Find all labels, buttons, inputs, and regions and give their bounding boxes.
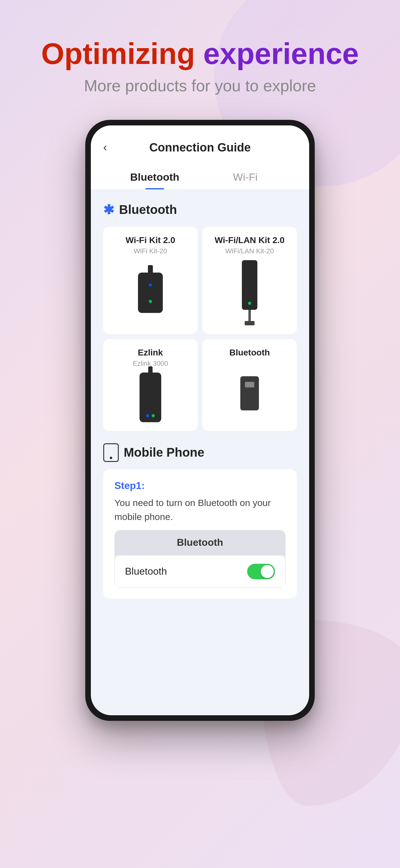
lan-kit-device-image [242, 260, 257, 310]
ezlink-device-image [139, 373, 161, 422]
product-image-ezlink [109, 373, 191, 422]
bt-row-label: Bluetooth [125, 566, 167, 577]
product-name-bluetooth-dongle: Bluetooth [229, 348, 270, 358]
mobile-phone-icon [103, 443, 119, 462]
product-sub-wifi-kit: WiFi Kit-20 [134, 247, 167, 255]
bluetooth-toggle[interactable] [247, 564, 275, 579]
hero-title: Optimizing experience [41, 37, 359, 70]
tab-bluetooth[interactable]: Bluetooth [109, 164, 200, 189]
bluetooth-icon: ✱ [103, 202, 114, 217]
phone-wrapper: ‹ Connection Guide Bluetooth Wi-Fi [85, 120, 315, 721]
product-sub-lan-kit: WiFi/LAN Kit-20 [226, 247, 274, 255]
device-indicator-blue [149, 283, 152, 286]
product-grid: Wi-Fi Kit 2.0 WiFi Kit-20 Wi-F [100, 227, 300, 437]
lan-indicator-green [248, 302, 251, 305]
toggle-knob [261, 565, 274, 578]
bluetooth-dongle-image [240, 376, 259, 410]
product-image-lan-kit [209, 260, 291, 326]
product-card-ezlink[interactable]: Ezlink Ezlink 3000 [103, 339, 198, 431]
hero-title-experience: experience [203, 37, 359, 70]
bt-settings-row: Bluetooth [115, 556, 285, 587]
ezlink-dot-blue [146, 414, 149, 417]
product-card-wifi-kit[interactable]: Wi-Fi Kit 2.0 WiFi Kit-20 [103, 227, 198, 334]
hero-section: Optimizing experience More products for … [41, 37, 359, 95]
product-image-wifi-kit [109, 260, 191, 326]
bluetooth-section: ✱ Bluetooth Wi-Fi Kit 2.0 WiFi Kit-20 [91, 190, 309, 440]
hero-title-optimizing: Optimizing [41, 37, 195, 70]
step1-text: You need to turn on Bluetooth on your mo… [114, 496, 286, 524]
device-indicator-green [149, 300, 152, 303]
tab-wifi[interactable]: Wi-Fi [200, 164, 291, 189]
phone-inner: ‹ Connection Guide Bluetooth Wi-Fi [91, 125, 309, 715]
bt-settings-card: Bluetooth Bluetooth [114, 530, 286, 588]
bt-settings-header: Bluetooth [114, 530, 286, 555]
app-screen: ‹ Connection Guide Bluetooth Wi-Fi [91, 125, 309, 715]
bluetooth-section-title: Bluetooth [119, 203, 177, 217]
bluetooth-section-header: ✱ Bluetooth [100, 199, 300, 220]
mobile-section-header: Mobile Phone [103, 443, 297, 462]
connector-end [245, 321, 255, 326]
tabs-bar: Bluetooth Wi-Fi [91, 164, 309, 190]
wifi-kit-device-image [138, 273, 163, 313]
product-name-wifi-kit: Wi-Fi Kit 2.0 [126, 235, 175, 245]
ezlink-dot-green [152, 414, 155, 417]
mobile-phone-section: Mobile Phone Step1: You need to turn on … [91, 440, 309, 611]
product-name-ezlink: Ezlink [138, 348, 163, 358]
page-title: Connection Guide [122, 141, 278, 154]
product-card-bluetooth-dongle[interactable]: Bluetooth [202, 339, 297, 431]
ezlink-indicators [146, 414, 155, 417]
hero-subtitle: More products for you to explore [41, 76, 359, 95]
product-card-lan-kit[interactable]: Wi-Fi/LAN Kit 2.0 WiFi/LAN Kit-20 [202, 227, 297, 334]
product-name-lan-kit: Wi-Fi/LAN Kit 2.0 [214, 235, 284, 245]
step1-label: Step1: [114, 480, 286, 491]
usb-connector [245, 382, 254, 388]
mobile-section-title: Mobile Phone [124, 445, 204, 460]
phone-outer: ‹ Connection Guide Bluetooth Wi-Fi [85, 120, 315, 721]
step-card: Step1: You need to turn on Bluetooth on … [103, 469, 297, 598]
product-image-bluetooth-dongle [209, 365, 291, 422]
app-header: ‹ Connection Guide [91, 125, 309, 164]
mobile-icon-dot [110, 457, 112, 459]
back-button[interactable]: ‹ [103, 141, 122, 154]
